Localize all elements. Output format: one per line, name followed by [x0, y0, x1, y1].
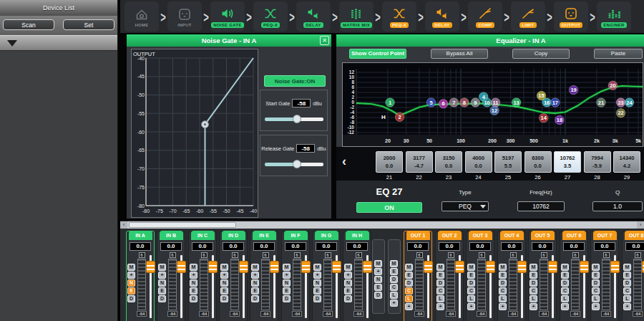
eq-band-cell-24[interactable]: 40000.0 — [465, 151, 492, 173]
set-button[interactable]: Set — [63, 19, 114, 30]
channel-tab[interactable]: IN H — [346, 231, 369, 240]
strip-button-m[interactable]: M — [158, 264, 166, 271]
strip-button-e[interactable]: E — [436, 272, 444, 279]
strip-button-d[interactable]: D — [467, 279, 475, 287]
toolbar-item-limit-out[interactable]: LIMIT — [511, 1, 545, 32]
strip-button-d[interactable]: D — [530, 279, 537, 287]
scroll-left-icon[interactable]: ‹ — [120, 221, 127, 229]
release-gate-value[interactable]: -58 — [296, 144, 315, 153]
eq-band-cell-26[interactable]: 63000.0 — [525, 151, 552, 173]
eq-band-cell-23[interactable]: 31500.0 — [435, 151, 462, 173]
fader-handle[interactable] — [239, 261, 248, 273]
fader-handle[interactable] — [424, 261, 433, 273]
strip-button-plus[interactable]: + — [220, 272, 228, 279]
paste-button[interactable]: Paste — [594, 49, 643, 59]
strip-button-e[interactable]: E — [405, 272, 413, 279]
strip-button-c[interactable]: C — [405, 287, 413, 294]
freq-field[interactable]: 10762 — [517, 201, 565, 211]
strip-button-d[interactable]: D — [561, 279, 569, 287]
fader-handle[interactable] — [548, 261, 557, 273]
strip-button-e[interactable]: E — [313, 287, 321, 294]
channel-gain-value[interactable]: 0.0 — [594, 242, 615, 251]
channel-gain-value[interactable]: 0.0 — [130, 242, 151, 251]
channel-gain-value[interactable]: 0.0 — [223, 242, 244, 251]
channel-tab[interactable]: OUT 7 — [593, 231, 617, 240]
strip-button-plus[interactable]: + — [592, 303, 600, 310]
eq-point-5[interactable]: 5 — [426, 98, 436, 107]
eq-point-2[interactable]: 2 — [395, 112, 404, 122]
strip-button-l[interactable]: L — [592, 295, 600, 302]
strip-button-plus[interactable]: + — [344, 272, 352, 279]
strip-button-n[interactable]: N — [313, 279, 321, 287]
strip-button-m[interactable]: M — [374, 260, 382, 267]
channel-gain-value[interactable]: 0.0 — [160, 242, 182, 251]
channel-gain-value[interactable]: 0.0 — [625, 242, 644, 251]
eq-point-20[interactable]: 20 — [608, 81, 618, 90]
channel-tab[interactable]: OUT 4 — [500, 231, 524, 240]
channel-gain-value[interactable]: 0.0 — [439, 242, 460, 251]
strip-button-m[interactable]: M — [405, 264, 413, 271]
strip-button-n[interactable]: N — [344, 279, 352, 287]
strip-button-d[interactable]: D — [127, 295, 135, 302]
eq-graph[interactable]: 121086420-2-4-6-8-10-1220305010020030050… — [342, 62, 643, 147]
strip-button-plus[interactable]: + — [251, 272, 259, 279]
strip-button-l[interactable]: L — [623, 295, 631, 302]
fader-handle[interactable] — [146, 261, 155, 273]
channel-gain-value[interactable]: 0.0 — [469, 242, 491, 251]
eq-point-8[interactable]: 8 — [460, 98, 469, 107]
close-icon[interactable]: ✕ — [320, 36, 329, 45]
eq-band-cell-29[interactable]: 143404.2 — [613, 151, 640, 173]
toolbar-item-input[interactable]: INPUT — [167, 1, 202, 32]
channel-tab[interactable]: OUT 1 — [406, 231, 430, 240]
strip-button-m[interactable]: M — [530, 264, 537, 271]
eq-point-22[interactable]: 22 — [616, 108, 625, 118]
noise-gate-toggle-button[interactable]: Noise Gate:ON — [264, 75, 326, 87]
fader-handle[interactable] — [177, 261, 186, 273]
strip-button-plus[interactable]: + — [623, 303, 631, 310]
strip-button-e[interactable]: E — [592, 272, 600, 279]
eq-band-cell-27[interactable]: 107623.5 — [554, 151, 581, 173]
noise-gate-graph[interactable]: -40-45-50-55-60-65-70-75-80-80-75-70-65-… — [131, 49, 258, 218]
strip-button-l[interactable]: L — [405, 295, 413, 302]
eq-point-24[interactable]: 24 — [625, 98, 634, 107]
eq-point-11[interactable]: 11 — [491, 98, 500, 107]
strip-button-l[interactable]: L — [561, 295, 569, 302]
strip-button-d[interactable]: D — [499, 279, 507, 287]
toolbar-item-comp-out[interactable]: COMP — [468, 1, 502, 32]
strip-button-m[interactable]: M — [390, 260, 398, 267]
strip-button-l[interactable]: L — [499, 295, 507, 302]
start-gate-slider[interactable] — [265, 118, 323, 121]
fader-handle[interactable] — [208, 261, 218, 273]
strip-button-plus[interactable]: + — [390, 300, 398, 307]
strip-button-e[interactable]: E — [467, 272, 475, 279]
slider-knob[interactable] — [293, 160, 301, 168]
strip-button-e[interactable]: E — [374, 284, 382, 291]
strip-button-plus[interactable]: + — [467, 303, 475, 310]
channel-tab[interactable]: IN F — [284, 231, 308, 240]
scroll-right-icon[interactable]: › — [637, 221, 644, 229]
fader-handle[interactable] — [455, 261, 464, 273]
slider-knob[interactable] — [293, 115, 301, 123]
strip-button-plus[interactable]: + — [283, 272, 291, 279]
strip-button-d[interactable]: D — [190, 295, 197, 302]
start-gate-value[interactable]: -58 — [292, 99, 311, 107]
eq-band-cell-22[interactable]: 3177-4.7 — [406, 151, 433, 173]
channel-gain-value[interactable]: 0.0 — [532, 242, 553, 251]
strip-button-plus[interactable]: + — [313, 272, 321, 279]
fader-handle[interactable] — [580, 261, 589, 273]
strip-button-n[interactable]: N — [251, 279, 259, 287]
toolbar-item-peq-x[interactable]: PEQ-X — [253, 1, 288, 32]
strip-button-e[interactable]: E — [499, 272, 507, 279]
device-dropdown[interactable] — [0, 35, 117, 51]
strip-button-e[interactable]: E — [623, 272, 631, 279]
channel-tab[interactable]: OUT 3 — [469, 231, 492, 240]
strip-button-d[interactable]: D — [405, 279, 413, 287]
strip-button-plus[interactable]: + — [530, 303, 537, 310]
fader-handle[interactable] — [270, 261, 279, 273]
strip-button-m[interactable]: M — [561, 264, 569, 271]
strip-button-d[interactable]: D — [313, 295, 321, 302]
strip-button-m[interactable]: M — [127, 264, 135, 271]
eq-band-cell-25[interactable]: 51975.5 — [494, 151, 522, 173]
toolbar-item-delay[interactable]: DELAY — [296, 1, 331, 32]
strip-button-d[interactable]: D — [374, 292, 382, 299]
